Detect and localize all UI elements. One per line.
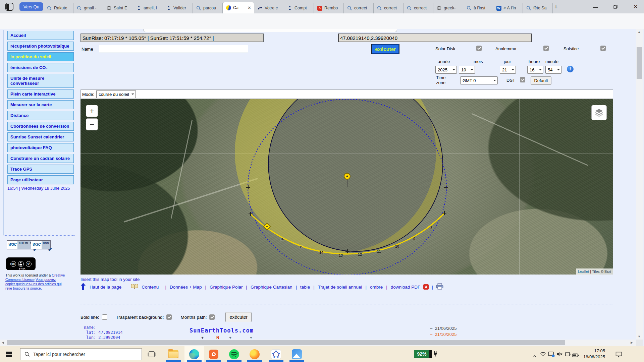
execute-button[interactable]: exécuter [372,44,399,54]
link-haut-de-page[interactable]: Haut de la page [90,285,121,290]
execute-chart-button[interactable]: exécuter [225,312,252,322]
info-icon[interactable]: i [567,66,574,72]
link-trajet-soleil-annuel[interactable]: Trajet de soleil annuel [318,285,362,290]
scroll-up-arrow[interactable]: ▲ [638,30,641,34]
vertical-scrollbar[interactable]: ▲ ▼ [636,29,643,340]
sidebar-item-trace-gps[interactable]: Trace GPS [7,165,74,174]
tab-a-linst[interactable]: à l'inst [463,3,493,13]
tab-saint-e[interactable]: Saint E [103,3,133,13]
taskbar-clock[interactable]: 17:05 18/06/2025 [574,348,605,360]
month-select[interactable]: 10 [459,66,475,74]
tab-rembo[interactable]: ARembo [314,3,344,13]
sidebar-item-carte-interactive[interactable]: Plein carte interactive [7,89,74,99]
close-window-button[interactable]: ✕ [628,0,643,13]
tab-compt[interactable]: Compt [284,3,314,13]
tab-active-sunearthtools[interactable]: Ca✕ [223,2,254,13]
leaflet-link[interactable]: Leaflet [578,269,589,274]
workspaces-icon[interactable] [5,3,13,11]
horizontal-scrollbar[interactable]: ◀ ▶ [0,340,636,346]
horizontal-scroll-thumb[interactable] [7,340,565,345]
map-zoom-in-button[interactable]: + [86,105,98,117]
tab-fete-sa[interactable]: fête Sa [523,3,553,13]
tray-chevron-icon[interactable] [533,353,537,359]
printer-icon[interactable] [436,283,443,291]
taskbar-search-box[interactable]: Taper ici pour rechercher [20,348,142,360]
sidebar-item-position-soleil[interactable]: la position du soleil [7,52,74,61]
sidebar-item-page-utilisateur[interactable]: Page utilisateur [7,175,74,184]
months-path-checkbox[interactable] [209,314,215,320]
taskbar-photos[interactable] [287,346,307,362]
transparent-bg-checkbox[interactable] [166,314,172,320]
sidebar-item-distance[interactable]: Distance [7,111,74,120]
hour-select[interactable]: 16 [527,66,543,74]
sidebar-item-pv-faq[interactable]: photovoltaïque FAQ [7,143,74,152]
taskbar-edge[interactable] [184,346,204,362]
tab-gmail[interactable]: gmail - [73,3,103,13]
tab-correct-1[interactable]: correct [344,3,374,13]
phone-link-icon[interactable] [565,352,571,358]
default-button[interactable]: Default [531,76,551,85]
sidebar-item-sunrise-sunset[interactable]: Sunrise Sunset calendrier [7,132,74,141]
year-select[interactable]: 2025 [435,66,457,74]
map-layers-button[interactable] [591,105,607,120]
sidebar-item-coordonnees[interactable]: Coordonnées de conversion [7,122,74,131]
display-sync-icon[interactable] [548,352,555,359]
tab-votre-c[interactable]: Votre c [254,3,284,13]
vertical-scroll-thumb[interactable] [637,47,642,79]
link-table[interactable]: table [300,285,310,290]
restore-button[interactable] [608,0,623,13]
scroll-down-arrow[interactable]: ▼ [638,335,641,338]
tab-greek[interactable]: greek- [433,3,463,13]
sidebar-item-recuperation-pv[interactable]: récupération photovoltaïque [7,42,74,51]
sidebar-item-cadran-solaire[interactable]: Construire un cadran solaire [7,154,74,163]
tab-group-vers-qu[interactable]: Vers Qu [19,2,43,11]
mode-select[interactable]: course du soleil [96,90,136,98]
coordinates-input[interactable]: 47.08219140,2.39920040 [338,34,532,42]
tab-rakute[interactable]: Rakute [44,3,73,13]
scroll-right-arrow[interactable]: ▶ [631,341,633,344]
tab-parcou[interactable]: parcou [193,3,223,13]
tab-valider[interactable]: Valider [163,3,193,13]
scroll-left-arrow[interactable]: ◀ [2,341,4,344]
map-zoom-out-button[interactable]: − [86,118,98,130]
leaflet-map[interactable]: 16 15 14 13 12 11 10 9 8 + − Leaflet | T… [80,99,613,275]
taskbar-spotify[interactable] [224,346,244,362]
sidebar-item-emissions-co2[interactable]: émissions de CO₂ [7,63,74,72]
link-graphique-cartesian[interactable]: Graphique Cartesian [251,285,292,290]
sidebar-item-mesurer-carte[interactable]: Mesurer sur la carte [7,100,74,109]
name-input[interactable] [99,45,248,53]
day-select[interactable]: 21 [500,66,516,74]
link-download-pdf[interactable]: download PDF [391,285,421,290]
analemma-checkbox[interactable] [543,46,549,51]
minute-select[interactable]: 54 [545,66,561,74]
taskbar-file-explorer[interactable] [164,346,183,362]
tab-correct-2[interactable]: correct [374,3,404,13]
bold-line-checkbox[interactable] [102,314,107,320]
minimize-button[interactable]: — [588,0,603,13]
battery-percentage-badge[interactable]: 92% [414,350,430,358]
link-graphique-polar[interactable]: Graphique Polar [210,285,243,290]
timezone-select[interactable]: GMT 0 [460,76,498,84]
close-tab-icon[interactable]: ✕ [248,5,251,10]
taskbar-geogebra[interactable] [266,346,286,362]
tab-a-lin-word[interactable]: W« À l'in [493,3,523,13]
link-ombre[interactable]: ombre [370,285,383,290]
solstice-checkbox[interactable] [600,46,606,51]
start-button[interactable] [6,352,12,357]
task-view-icon[interactable] [148,350,156,358]
taskbar-firefox[interactable] [245,346,264,362]
sidebar-item-accueil[interactable]: Accueil [7,31,74,40]
link-donnees-map[interactable]: Données + Map [170,285,202,290]
wifi-icon[interactable] [540,352,546,358]
notification-center-icon[interactable] [615,351,623,359]
new-tab-button[interactable]: + [554,3,558,11]
taskbar-app-orange[interactable] [204,346,223,362]
link-contenu[interactable]: Contenu [142,285,159,290]
dst-checkbox[interactable] [520,77,525,82]
solar-disk-checkbox[interactable] [476,46,482,51]
w3c-css-badge[interactable]: W3C CSS✔ [31,240,51,249]
tab-correct-3[interactable]: correct [404,3,433,13]
sidebar-item-unite-mesure[interactable]: Unité de mesure convertisseur [7,74,74,88]
tab-ameli[interactable]: ameli, l [133,3,163,13]
volume-muted-icon[interactable] [557,352,562,358]
